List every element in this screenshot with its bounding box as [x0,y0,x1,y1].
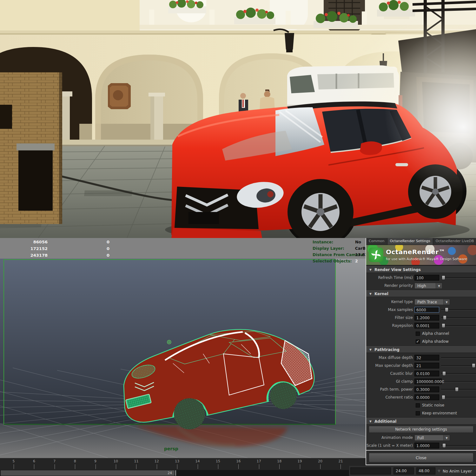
refresh-time-input[interactable]: 100 [414,275,439,281]
frame-number[interactable]: 9 [94,459,96,463]
field-label: Max specular depth [366,363,414,368]
section-additional[interactable]: ▼ Additional [366,418,476,425]
field-label: Max diffuse depth [366,355,414,360]
close-button[interactable]: Close [369,453,473,462]
field-label: Max samples [366,307,414,312]
range-slider-bar[interactable]: 24 [1,470,175,476]
frame-number[interactable]: 8 [74,459,76,463]
alpha-channel-checkbox[interactable] [416,332,420,336]
alpha-shadow-row: Alpha shadow [366,338,476,345]
section-render-view-settings[interactable]: ▼ Render View Settings [366,266,476,273]
poly-count-row: 243178 0 [0,252,114,259]
chevron-down-icon: ▼ [436,283,442,288]
frame-tick-line [75,464,75,469]
current-character-field[interactable] [350,467,391,474]
frame-number[interactable]: 21 [338,459,343,463]
field-label: Coherent ratio [366,395,414,400]
maya-3d-viewport[interactable]: persp [0,259,366,458]
caustic-blur-input[interactable]: 0.0100 [414,371,439,376]
frame-number[interactable]: 17 [257,459,261,463]
max-diffuse-depth-input[interactable]: 32 [414,355,439,360]
frame-number[interactable]: 18 [277,459,281,463]
tab-common[interactable]: Common [366,238,387,245]
animation-mode-row: Animation mode Full ▼ [366,434,476,441]
range-slider-handle[interactable] [175,470,176,476]
frame-number[interactable]: 10 [114,459,118,463]
brick-wall [0,72,62,224]
refresh-time-slider[interactable] [441,275,476,281]
frame-number[interactable]: 5 [13,459,15,463]
window-footer: Close [366,450,476,465]
frame-tick-line [320,464,321,469]
path-term-power-input[interactable]: 0.3000 [414,387,439,392]
network-rendering-settings-button[interactable]: Network rendering settings [369,426,473,433]
filter-size-input[interactable]: 1.2000 [414,315,439,321]
section-title: Pathtracing [374,347,400,352]
path-term-power-slider[interactable] [441,387,476,392]
field-label: Caustic blur [366,371,414,376]
frame-tick-line [136,464,136,469]
section-title: Additional [374,419,396,424]
frame-number[interactable]: 11 [134,459,138,463]
playback-options-bar: 24.00 48.00 ▽ No Anim Layer [349,466,476,476]
locator-marker[interactable] [167,340,171,344]
max-diffuse-depth-slider[interactable] [441,355,476,360]
frame-number[interactable]: 13 [175,459,179,463]
kernel-type-select[interactable]: Path Trace ▼ [414,299,450,305]
static-noise-checkbox[interactable] [416,403,420,407]
rayepsilon-slider[interactable] [441,323,476,328]
frame-tick-line [218,464,218,469]
caustic-blur-slider[interactable] [441,371,476,376]
render-priority-select[interactable]: High ▼ [414,283,442,289]
scale-slider[interactable] [441,443,476,448]
checkbox-label: Static noise [422,403,444,407]
range-slider[interactable]: 24 [0,470,349,476]
chevron-down-icon: ▼ [443,435,450,440]
checkbox-label: Alpha channel [422,331,449,336]
keep-environment-checkbox[interactable] [416,411,420,415]
hud-label: Distance From Camera: [313,252,355,257]
poly-count-selected: 0 [48,240,109,244]
frame-number[interactable]: 19 [298,459,302,463]
frame-number[interactable]: 6 [33,459,35,463]
anim-layer-dropdown-icon[interactable]: ▽ [438,469,440,473]
frame-number[interactable]: 7 [53,459,56,463]
gi-clamp-row: GI clamp 1000000.0000 [366,378,476,385]
scale-input[interactable]: 1.0000 [414,443,439,448]
octane-render-settings-window: Common OctaneRender Settings OctaneRende… [366,238,476,465]
field-label: Path term. power [366,387,414,392]
frame-number[interactable]: 12 [155,459,159,463]
coherent-ratio-input[interactable]: 0.0000 [414,394,439,400]
max-samples-slider[interactable] [441,307,476,313]
gi-clamp-input[interactable]: 1000000.0000 [414,379,442,384]
max-samples-input[interactable]: 6000 [414,307,439,313]
tab-octanerender-settings[interactable]: OctaneRender Settings [387,238,433,245]
section-kernel[interactable]: ▼ Kernel [366,290,476,297]
frame-number[interactable]: 14 [195,459,200,463]
hud-value: 2 [355,259,358,263]
playback-end-field[interactable]: 24.00 [393,467,414,474]
frame-tick-line [55,464,55,469]
tab-octanerender-livedb[interactable]: OctaneRender LiveDB [433,238,476,245]
coherent-ratio-slider[interactable] [441,394,476,400]
frame-number[interactable]: 16 [236,459,241,463]
max-samples-row: Max samples 6000 [366,307,476,313]
screen: 86056 0 172152 0 243178 0 Instance:No Di… [0,0,476,476]
rayepsilon-input[interactable]: 0.0001 [414,323,439,328]
filter-size-slider[interactable] [441,315,476,321]
coherent-ratio-row: Coherent ratio 0.0000 [366,394,476,400]
max-specular-depth-slider[interactable] [441,363,476,368]
frame-number[interactable]: 20 [318,459,322,463]
octane-subtitle: for use with Autodesk® Maya® Design Soft… [386,257,467,261]
max-specular-depth-input[interactable]: 21 [414,363,439,368]
poly-count-value: 172152 [0,246,48,251]
animation-mode-select[interactable]: Full ▼ [414,435,450,441]
animation-end-field[interactable]: 48.00 [416,467,435,474]
maya-workspace: 86056 0 172152 0 243178 0 Instance:No Di… [0,238,476,476]
poly-count-hud: 86056 0 172152 0 243178 0 [0,239,114,259]
frame-number[interactable]: 15 [216,459,220,463]
gi-clamp-slider[interactable] [444,379,476,384]
alpha-shadow-checkbox[interactable] [416,340,420,344]
frame-tick-line [279,464,280,469]
section-pathtracing[interactable]: ▼ Pathtracing [366,346,476,353]
